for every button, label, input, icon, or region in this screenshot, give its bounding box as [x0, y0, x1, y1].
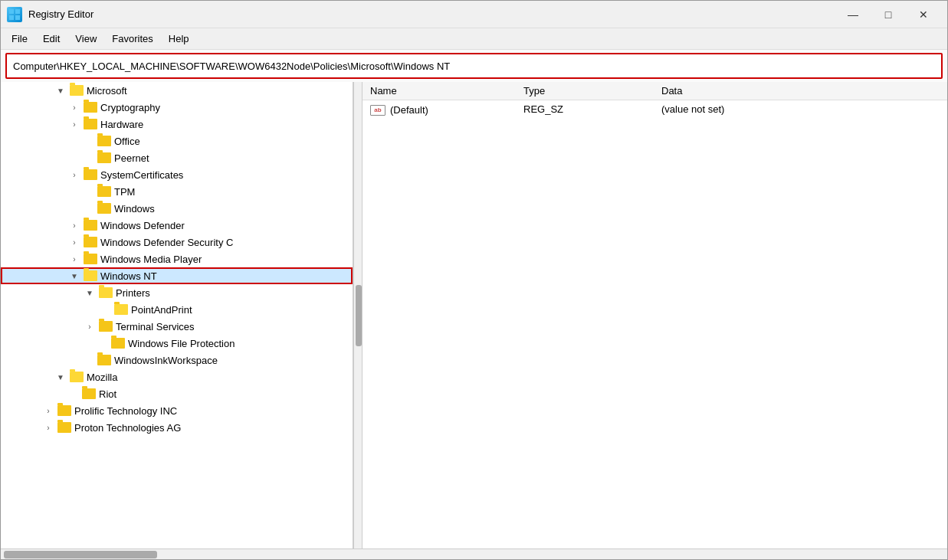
table-row[interactable]: ab (Default) REG_SZ (value not set): [362, 100, 947, 119]
col-data[interactable]: Data: [654, 82, 947, 100]
col-name[interactable]: Name: [362, 82, 516, 100]
app-icon: [7, 7, 22, 22]
expand-mozilla[interactable]: ▼: [54, 371, 67, 383]
expand-cryptography[interactable]: ›: [68, 101, 80, 113]
tree-item-office[interactable]: Office: [1, 133, 353, 149]
tree-item-hardware[interactable]: › Hardware: [1, 116, 353, 133]
folder-icon-microsoft: [70, 85, 84, 96]
minimize-button[interactable]: —: [835, 1, 871, 28]
label-windefendersec: Windows Defender Security C: [100, 237, 233, 248]
expand-windefendersec[interactable]: ›: [68, 236, 80, 248]
menubar: File Edit View Favorites Help: [1, 28, 947, 50]
svg-rect-2: [9, 15, 14, 20]
close-button[interactable]: ✕: [906, 1, 941, 28]
tree-item-systemcerts[interactable]: › SystemCertificates: [1, 166, 353, 183]
folder-icon-terminalservices: [99, 321, 113, 332]
label-riot: Riot: [99, 388, 116, 400]
registry-table: Name Type Data ab (Default) REG_SZ: [362, 82, 947, 118]
horizontal-scrollbar[interactable]: [1, 549, 947, 559]
folder-icon-mozilla: [70, 372, 84, 382]
menu-file[interactable]: File: [4, 30, 35, 47]
cell-name: ab (Default): [362, 100, 516, 119]
label-proton: Proton Technologies AG: [74, 422, 181, 434]
default-value-name: (Default): [390, 104, 428, 116]
label-hardware: Hardware: [100, 119, 143, 130]
label-microsoft: Microsoft: [87, 85, 127, 97]
right-panel: Name Type Data ab (Default) REG_SZ: [362, 82, 947, 549]
menu-view[interactable]: View: [67, 30, 104, 47]
menu-edit[interactable]: Edit: [35, 30, 67, 47]
col-type[interactable]: Type: [516, 82, 654, 100]
tree-item-proton[interactable]: › Proton Technologies AG: [1, 419, 353, 436]
label-terminalservices: Terminal Services: [116, 321, 195, 332]
tree-item-winkworkspace[interactable]: WindowsInkWorkspace: [1, 352, 353, 368]
label-mozilla: Mozilla: [87, 372, 117, 383]
tree-item-microsoft[interactable]: ▼ Microsoft: [1, 82, 353, 99]
svg-rect-1: [15, 9, 20, 14]
tree-panel[interactable]: ▼ Microsoft › Cryptography › Hardware Of…: [1, 82, 353, 549]
label-wfp: Windows File Protection: [128, 338, 235, 349]
folder-icon-windowsnt: [84, 270, 97, 281]
tree-item-windefender[interactable]: › Windows Defender: [1, 217, 353, 234]
menu-favorites[interactable]: Favorites: [104, 30, 160, 47]
tree-item-windefendersec[interactable]: › Windows Defender Security C: [1, 234, 353, 251]
folder-icon-peernet: [97, 152, 111, 163]
expand-systemcerts[interactable]: ›: [68, 169, 80, 181]
tree-scrollbar[interactable]: [353, 82, 362, 549]
folder-icon-prolific: [57, 405, 71, 416]
tree-item-cryptography[interactable]: › Cryptography: [1, 99, 353, 116]
tree-item-printers[interactable]: ▼ Printers: [1, 284, 353, 301]
menu-help[interactable]: Help: [161, 30, 197, 47]
tree-item-peernet[interactable]: Peernet: [1, 149, 353, 166]
tree-item-windowsnt[interactable]: ▼ Windows NT: [1, 267, 353, 284]
expand-winmedia[interactable]: ›: [68, 253, 80, 265]
expand-prolific[interactable]: ›: [42, 404, 54, 417]
label-winmedia: Windows Media Player: [100, 254, 202, 265]
tree-item-prolific[interactable]: › Prolific Technology INC: [1, 402, 353, 419]
tree-item-pointandprint[interactable]: PointAndPrint: [1, 301, 353, 318]
svg-rect-0: [9, 9, 14, 14]
folder-icon-pointandprint: [114, 304, 128, 315]
tree-item-winmedia[interactable]: › Windows Media Player: [1, 251, 353, 267]
address-bar[interactable]: Computer\HKEY_LOCAL_MACHINE\SOFTWARE\WOW…: [5, 53, 943, 79]
folder-icon-windows: [97, 203, 111, 214]
expand-hardware[interactable]: ›: [68, 118, 80, 130]
folder-icon-wfp: [111, 338, 125, 349]
label-windowsnt: Windows NT: [100, 270, 157, 282]
svg-rect-3: [15, 15, 20, 20]
titlebar: Registry Editor — □ ✕: [1, 1, 947, 28]
tree-item-windows[interactable]: Windows: [1, 200, 353, 217]
tree-item-mozilla[interactable]: ▼ Mozilla: [1, 368, 353, 385]
cell-data: (value not set): [654, 100, 947, 119]
expand-windowsnt[interactable]: ▼: [68, 270, 80, 282]
expand-terminalservices[interactable]: ›: [84, 320, 96, 332]
expand-microsoft[interactable]: ▼: [54, 84, 67, 97]
folder-icon-riot: [82, 388, 96, 399]
label-pointandprint: PointAndPrint: [131, 304, 192, 316]
folder-icon-winkworkspace: [97, 355, 111, 365]
expand-windefender[interactable]: ›: [68, 219, 80, 231]
folder-icon-cryptography: [84, 102, 97, 113]
label-windefender: Windows Defender: [100, 220, 185, 231]
label-windows: Windows: [114, 203, 155, 215]
folder-icon-windefender: [84, 220, 97, 231]
tree-item-tpm[interactable]: TPM: [1, 183, 353, 200]
maximize-button[interactable]: □: [871, 1, 906, 28]
expand-proton[interactable]: ›: [42, 421, 54, 434]
folder-icon-winmedia: [84, 254, 97, 264]
registry-editor-window: Registry Editor — □ ✕ File Edit View Fav…: [0, 0, 948, 560]
window-title: Registry Editor: [28, 8, 835, 20]
cell-type: REG_SZ: [516, 100, 654, 119]
folder-icon-systemcerts: [84, 169, 97, 180]
tree-item-terminalservices[interactable]: › Terminal Services: [1, 318, 353, 335]
tree-item-riot[interactable]: Riot: [1, 385, 353, 402]
expand-printers[interactable]: ▼: [84, 287, 96, 299]
label-winkworkspace: WindowsInkWorkspace: [114, 355, 218, 366]
main-content: ▼ Microsoft › Cryptography › Hardware Of…: [1, 82, 947, 549]
folder-icon-tpm: [97, 186, 111, 197]
label-tpm: TPM: [114, 186, 135, 198]
reg-value-icon: ab (Default): [370, 104, 428, 116]
address-path: Computer\HKEY_LOCAL_MACHINE\SOFTWARE\WOW…: [13, 61, 450, 72]
folder-icon-printers: [99, 287, 113, 298]
tree-item-wfp[interactable]: Windows File Protection: [1, 335, 353, 352]
